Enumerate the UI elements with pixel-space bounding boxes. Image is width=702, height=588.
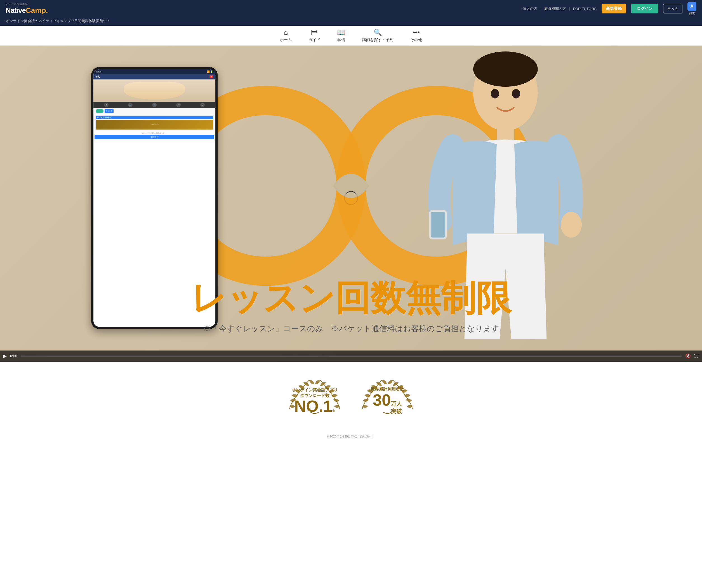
login-button[interactable]: ログイン <box>631 4 658 13</box>
badge-users: 世界累計利用者数 30 万人 突破 <box>359 373 415 429</box>
footnote-text: ※2020年3月30日時点（自社調べ） <box>327 435 376 438</box>
badge-1-number: NO.1 <box>294 398 332 414</box>
nav-item-home[interactable]: ⌂ ホーム <box>280 28 292 42</box>
svg-point-2 <box>491 89 499 99</box>
separator2: ｜ <box>568 6 571 11</box>
rejoin-button[interactable]: 再入会 <box>663 4 682 13</box>
laurel-wreath-1: オンライン英会話アプリダウンロード数 NO.1 ※ <box>287 373 343 429</box>
phone-confirm-btn: 確認する <box>95 135 214 139</box>
badge-2-suffix1: 万人 <box>391 400 402 407</box>
video-sub-note: ※「今すぐレッスン」コースのみ ※パケット通信料はお客様のご負担となります <box>70 323 632 334</box>
nav-item-study[interactable]: 📖 学習 <box>337 28 345 42</box>
corporate-link[interactable]: 法人の方 <box>523 6 537 11</box>
video-section: 21:25 📶 🔋 Elly ● <box>0 45 702 362</box>
signup-button[interactable]: 新規登録 <box>602 4 626 13</box>
nav-item-guide[interactable]: ⛿ ガイド <box>309 28 320 42</box>
top-right: 法人の方 ｜ 教育機関の方 ｜ FOR TUTORS 新規登録 ログイン 再入会… <box>523 2 696 16</box>
svg-rect-6 <box>431 212 445 237</box>
volume-icon[interactable]: 🔇 <box>685 353 691 359</box>
badge-1-inner: オンライン英会話アプリダウンロード数 NO.1 ※ <box>292 387 338 414</box>
nav-bar: ⌂ ホーム ⛿ ガイド 📖 学習 🔍 講師を探す・予約 ••• その他 <box>0 26 702 45</box>
translate-button[interactable]: A 翻訳 <box>687 2 696 16</box>
laurel-wreath-2: 世界累計利用者数 30 万人 突破 <box>359 373 415 429</box>
logo-camp: Camp. <box>26 6 48 15</box>
phone-toggle-bar: テキスト <box>93 108 215 114</box>
for-tutors-link[interactable]: FOR TUTORS <box>573 7 597 11</box>
svg-point-1 <box>473 51 538 87</box>
badge-2-inner: 世界累計利用者数 30 万人 突破 <box>371 386 404 415</box>
logo-tagline: オンライン英会話 <box>6 3 48 6</box>
footnote: ※2020年3月30日時点（自社調べ） <box>0 435 702 442</box>
nav-item-find-teacher[interactable]: 🔍 講師を探す・予約 <box>362 28 393 42</box>
badges-section: オンライン英会話アプリダウンロード数 NO.1 ※ <box>0 362 702 435</box>
phone-header: 21:25 📶 🔋 <box>93 70 215 74</box>
top-links: 法人の方 ｜ 教育機関の方 ｜ FOR TUTORS <box>523 6 597 11</box>
phone-name-bar: Elly ● <box>93 74 215 80</box>
fullscreen-icon[interactable]: ⛶ <box>694 354 699 359</box>
badge-1-asterisk: ※ <box>332 409 335 413</box>
phone-controls: 🎙 🔊 📹 🎤 ⚙ <box>93 102 215 108</box>
play-button[interactable]: ▶ <box>3 353 7 359</box>
nav-label-study: 学習 <box>337 37 345 42</box>
video-content: 21:25 📶 🔋 Elly ● <box>0 45 702 351</box>
badge-app-download: オンライン英会話アプリダウンロード数 NO.1 ※ <box>287 373 343 429</box>
separator1: ｜ <box>539 6 543 11</box>
announcement-text: オンライン英会話のネイティブキャンプ 7日間無料体験実施中！ <box>6 19 110 23</box>
translate-icon: A <box>687 2 696 11</box>
badge-1-title: オンライン英会話アプリダウンロード数 <box>292 387 338 398</box>
nav-label-find-teacher: 講師を探す・予約 <box>362 37 393 42</box>
education-link[interactable]: 教育機関の方 <box>544 6 566 11</box>
announcement-bar: オンライン英会話のネイティブキャンプ 7日間無料体験実施中！ <box>0 17 702 26</box>
svg-point-7 <box>561 212 582 237</box>
top-bar: オンライン英会話 Native Camp. 法人の方 ｜ 教育機関の方 ｜ FO… <box>0 0 702 26</box>
badge-2-suffix2: 突破 <box>391 407 402 415</box>
nav-label-other: その他 <box>410 37 422 42</box>
video-headline: レッスン回数無制限 <box>70 275 632 322</box>
video-text-overlay: レッスン回数無制限 ※「今すぐレッスン」コースのみ ※パケット通信料はお客様のご… <box>70 275 632 334</box>
video-container: 21:25 📶 🔋 Elly ● <box>0 45 702 362</box>
logo-area: オンライン英会話 Native Camp. <box>6 3 48 15</box>
search-icon: 🔍 <box>374 28 382 36</box>
phone-footer-text: このレッスンの台本を確認しましょう。 <box>93 131 215 134</box>
svg-point-3 <box>512 89 520 99</box>
badge-2-number: 30 <box>373 392 391 408</box>
time-display: 0:00 <box>10 354 17 358</box>
translate-label: 翻訳 <box>689 11 695 16</box>
nav-item-other[interactable]: ••• その他 <box>410 28 422 42</box>
guide-icon: ⛿ <box>311 28 318 36</box>
logo-native: Native <box>6 6 26 15</box>
video-controls-bar: ▶ 0:00 🔇 ⛶ <box>0 351 702 362</box>
nav-label-home: ホーム <box>280 37 292 42</box>
home-icon: ⌂ <box>284 28 288 36</box>
phone-video-call <box>93 80 215 102</box>
more-icon: ••• <box>413 28 420 36</box>
study-icon: 📖 <box>337 28 345 36</box>
phone-lesson-card: At A Restaurant レストランで <box>95 115 214 130</box>
progress-bar[interactable] <box>20 356 682 357</box>
nav-label-guide: ガイド <box>309 37 320 42</box>
loading-spinner <box>344 191 358 205</box>
